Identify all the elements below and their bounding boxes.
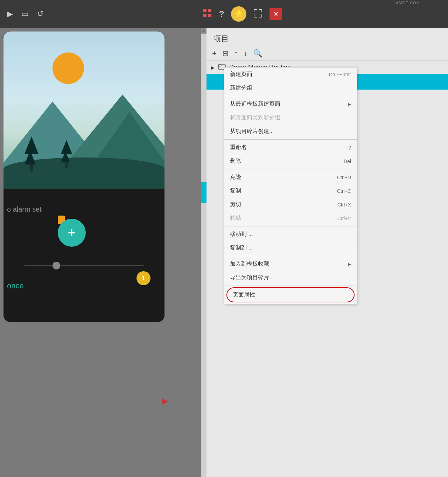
panel-toolbar: + ⊟ ↑ ↓ 🔍 <box>206 47 448 61</box>
cm-copy[interactable]: 复制 Ctrl+C <box>224 184 357 198</box>
cm-arrow-1: ▶ <box>348 102 351 107</box>
refresh-icon[interactable]: ↺ <box>37 9 43 19</box>
red-arrow-icon: ◀ <box>162 397 168 407</box>
sun-shape <box>52 52 84 84</box>
cm-rename[interactable]: 重命名 F2 <box>224 141 357 154</box>
cm-clone[interactable]: 克隆 Ctrl+D <box>224 170 357 184</box>
cm-copy-shortcut: Ctrl+C <box>337 188 351 194</box>
tree-top2-shape <box>24 150 36 164</box>
scrollbar-thumb[interactable] <box>201 182 206 203</box>
play-icon[interactable]: ▶ <box>7 9 13 19</box>
cm-cut-shortcut: Ctrl+X <box>337 202 351 208</box>
cm-copy-label: 复制 <box>230 187 241 195</box>
user-avatar[interactable]: ⭐ <box>231 6 246 22</box>
watermark: IAMOE.COM <box>394 1 420 5</box>
device-frame: o alarm set + once 1 <box>4 31 164 322</box>
cm-categorize: 将页面归类到新分组 <box>224 111 357 125</box>
device-icon[interactable]: ▭ <box>21 9 29 19</box>
cm-export-label: 导出为项目碎片... <box>230 274 274 281</box>
tree-trunk <box>30 164 33 171</box>
alarm-text: o alarm set <box>7 205 42 213</box>
grid-icon[interactable] <box>202 8 212 20</box>
tree-left <box>24 136 38 171</box>
landscape-area <box>4 31 164 199</box>
cm-create-from-fragment[interactable]: 从项目碎片创建... <box>224 125 357 138</box>
cm-copy-to-label: 复制到 ... <box>230 244 253 252</box>
cm-page-props-label: 页面属性 <box>233 291 255 299</box>
cm-move-to-label: 移动到 ... <box>230 231 253 238</box>
cm-copy-to[interactable]: 复制到 ... <box>224 241 357 255</box>
cm-rename-shortcut: F2 <box>345 145 351 150</box>
context-menu: 新建页面 Ctrl+Enter 新建分组 从最近模板新建页面 ▶ 将页面归类到新… <box>224 67 357 304</box>
expand-icon[interactable] <box>253 9 262 20</box>
page-props-highlight-wrapper: 页面属性 <box>226 287 355 302</box>
cm-delete-shortcut: Del <box>344 159 351 164</box>
slider-thumb[interactable] <box>52 262 60 269</box>
cm-create-fragment-label: 从项目碎片创建... <box>230 128 274 135</box>
cm-export-fragment[interactable]: 导出为项目碎片... <box>224 271 357 285</box>
cm-template-new-label: 从最近模板新建页面 <box>230 100 280 108</box>
app-screen: o alarm set + once 1 <box>4 31 164 322</box>
cm-clone-shortcut: Ctrl+D <box>337 175 351 180</box>
panel-title: 项目 <box>206 28 448 47</box>
svg-rect-5 <box>218 65 221 66</box>
slider-area <box>24 260 144 266</box>
search-button[interactable]: 🔍 <box>253 49 262 58</box>
cm-clone-label: 克隆 <box>230 174 241 181</box>
help-icon[interactable]: ? <box>219 9 224 19</box>
once-label: once <box>7 281 24 290</box>
cm-move-to[interactable]: 移动到 ... <box>224 227 357 241</box>
main-area: o alarm set + once 1 <box>0 28 448 477</box>
right-panel: 项目 + ⊟ ↑ ↓ 🔍 ▶ Demo-Moring Routine <box>206 28 448 477</box>
cm-new-group-label: 新建分组 <box>230 84 252 92</box>
cm-new-page-label: 新建页面 <box>230 71 252 78</box>
svg-rect-2 <box>203 14 206 17</box>
add-alarm-button[interactable]: + <box>58 219 86 247</box>
bottom-dark: o alarm set + once 1 <box>4 189 164 322</box>
cm-separator-4 <box>224 226 357 226</box>
tree-trunk2 <box>65 162 68 168</box>
svg-rect-0 <box>203 9 206 12</box>
cm-separator-6 <box>224 286 357 286</box>
move-down-button[interactable]: ↓ <box>244 49 247 58</box>
cm-paste-label: 粘贴 <box>230 215 241 222</box>
save-icon[interactable]: ⊟ <box>222 49 229 58</box>
cm-cut-label: 剪切 <box>230 201 241 208</box>
tree-collapse-arrow[interactable]: ▶ <box>211 65 215 70</box>
add-item-button[interactable]: + <box>212 49 217 58</box>
cm-separator-5 <box>224 256 357 256</box>
scrollbar-track[interactable]: ▲ <box>201 28 206 477</box>
cm-template-new[interactable]: 从最近模板新建页面 ▶ <box>224 97 357 111</box>
svg-rect-3 <box>208 14 211 17</box>
cm-new-group[interactable]: 新建分组 <box>224 81 357 95</box>
cm-new-page[interactable]: 新建页面 Ctrl+Enter <box>224 68 357 81</box>
close-button[interactable]: ✕ <box>270 8 282 20</box>
cm-cut[interactable]: 剪切 Ctrl+X <box>224 198 357 211</box>
tree-top2-shape2 <box>61 151 70 162</box>
cm-categorize-label: 将页面归类到新分组 <box>230 114 280 121</box>
cm-paste-shortcut: Ctrl+V <box>337 216 351 221</box>
cm-delete-label: 删除 <box>230 157 241 165</box>
cm-delete[interactable]: 删除 Del <box>224 154 357 168</box>
main-toolbar: ▶ ▭ ↺ ? ⭐ ✕ IAMOE.COM <box>0 0 448 28</box>
cm-page-properties[interactable]: 页面属性 <box>227 288 354 302</box>
move-up-button[interactable]: ↑ <box>234 49 238 58</box>
cm-separator-1 <box>224 96 357 96</box>
cm-arrow-2: ▶ <box>348 262 351 267</box>
cm-separator-2 <box>224 139 357 140</box>
svg-rect-1 <box>208 9 211 12</box>
scrollbar-up-button[interactable]: ▲ <box>201 28 206 34</box>
cm-rename-label: 重命名 <box>230 144 247 151</box>
slider-track <box>24 265 144 266</box>
cm-new-page-shortcut: Ctrl+Enter <box>329 72 351 77</box>
number-badge: 1 <box>136 271 150 285</box>
preview-panel: o alarm set + once 1 <box>0 28 206 477</box>
cm-paste: 粘贴 Ctrl+V <box>224 211 357 225</box>
tree-right <box>61 140 72 168</box>
cm-separator-3 <box>224 169 357 169</box>
toolbar-left: ▶ ▭ ↺ <box>7 9 43 19</box>
toolbar-center: ? ⭐ ✕ <box>43 6 441 22</box>
cm-add-template-label: 加入到模板收藏 <box>230 260 269 268</box>
cm-add-to-template[interactable]: 加入到模板收藏 ▶ <box>224 257 357 271</box>
